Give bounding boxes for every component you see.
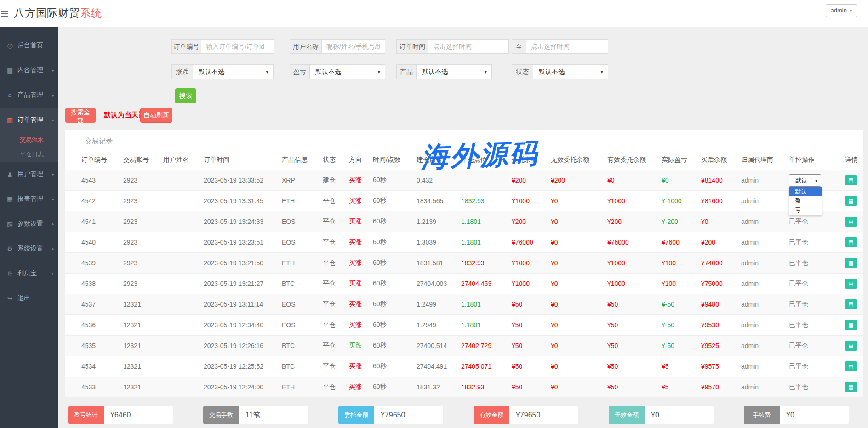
sidebar-item-dashboard[interactable]: ◷后台首页 <box>0 33 58 58</box>
hamburger-menu-icon[interactable] <box>1 10 8 18</box>
amount-value: ¥75000 <box>701 280 723 287</box>
search-button[interactable]: 搜索 <box>175 88 196 103</box>
order-time-start-input[interactable] <box>428 39 509 54</box>
cell-name <box>163 211 204 232</box>
cell-after: ¥9525 <box>701 336 741 356</box>
product-select[interactable]: 默认不选▾ <box>416 64 492 79</box>
cell-account: 12321 <box>123 315 163 336</box>
cell-profit: ¥5 <box>662 356 701 377</box>
cell-name <box>163 170 204 191</box>
column-header: 归属代理商 <box>741 150 789 170</box>
stat-group: 无效金额¥0 <box>609 406 714 424</box>
sidebar-item-product[interactable]: ¤产品管理▸ <box>0 83 58 108</box>
cell-invalid: ¥0 <box>551 274 607 294</box>
auto-refresh-button[interactable]: 自动刷新 <box>140 108 172 123</box>
amount-value: ¥1000 <box>512 280 530 287</box>
closed-label: 已平仓 <box>789 217 808 225</box>
cell-valid: ¥76000 <box>607 232 662 253</box>
chevron-right-icon: ▸ <box>52 172 54 177</box>
sidebar-item-system[interactable]: ⚙系统设置▸ <box>0 236 58 261</box>
chevron-right-icon: ▸ <box>52 197 54 201</box>
table-header-row: 订单编号交易账号用户姓名订单时间产品信息状态方向时间/点数建仓点位平仓点位委托余… <box>65 150 863 170</box>
cell-id: 4535 <box>65 336 123 356</box>
cell-control: 已平仓 <box>789 232 845 253</box>
sidebar-item-params[interactable]: ▧参数设置▸ <box>0 211 58 236</box>
user-name-input[interactable] <box>321 39 385 54</box>
detail-button[interactable]: ▤ <box>845 237 857 247</box>
cell-open: 1.2499 <box>417 294 461 315</box>
cell-open: 27400.514 <box>417 336 461 356</box>
admin-user-dropdown[interactable]: admin▾ <box>826 4 857 17</box>
cell-product: ETH <box>282 253 323 274</box>
control-option[interactable]: 盈 <box>789 196 822 205</box>
detail-button[interactable]: ▤ <box>845 196 857 206</box>
amount-value: ¥0 <box>551 363 558 370</box>
sidebar-item-user[interactable]: ♟用户管理▸ <box>0 162 58 187</box>
cell-valid: ¥200 <box>607 211 662 232</box>
cell-after: ¥75000 <box>701 274 741 294</box>
amount-value: ¥81600 <box>701 197 723 205</box>
detail-button[interactable]: ▤ <box>845 279 857 289</box>
order-time-end-input[interactable] <box>526 39 608 54</box>
control-option[interactable]: 默认 <box>789 187 822 196</box>
closed-label: 已平仓 <box>789 383 808 390</box>
detail-button[interactable]: ▤ <box>845 258 857 268</box>
cell-status: 平仓 <box>323 253 349 274</box>
sidebar-item-label: 系统设置 <box>17 245 43 253</box>
cell-agent: admin <box>741 211 789 232</box>
cell-status: 建仓 <box>323 170 349 191</box>
cell-after: ¥200 <box>701 232 741 253</box>
sidebar-subitem-close-log[interactable]: 平仓日志 <box>0 147 58 162</box>
stat-value: 11笔 <box>239 406 308 424</box>
direction-value: 买涨 <box>349 362 362 370</box>
cell-name <box>163 253 204 274</box>
cell-profit: ¥-50 <box>662 336 701 356</box>
status-select[interactable]: 默认不选▾ <box>533 64 608 79</box>
cell-after: ¥74000 <box>701 253 741 274</box>
cell-entrust: ¥50 <box>512 294 551 315</box>
sidebar-item-logout[interactable]: ↪退出 <box>0 286 58 311</box>
sidebar-item-interest[interactable]: ⚙利息宝▸ <box>0 261 58 286</box>
control-option[interactable]: 亏 <box>789 205 822 215</box>
search-all-button[interactable]: 搜索全部 <box>65 108 96 123</box>
cell-detail: ▤ <box>845 377 863 398</box>
column-header: 订单编号 <box>65 150 123 170</box>
trade-records-panel: 交易记录 订单编号交易账号用户姓名订单时间产品信息状态方向时间/点数建仓点位平仓… <box>65 130 863 396</box>
sidebar-subitem-trade-flow[interactable]: 交易流水 <box>0 132 58 147</box>
order-icon: ▥ <box>6 116 14 124</box>
cell-product: EOS <box>282 232 323 253</box>
detail-button[interactable]: ▤ <box>845 217 857 227</box>
sidebar-item-order[interactable]: ▥订单管理▸ <box>0 108 58 132</box>
cell-duration: 60秒 <box>373 274 417 294</box>
cell-agent: admin <box>741 377 789 398</box>
cell-duration: 60秒 <box>373 315 417 336</box>
rise-fall-select[interactable]: 默认不选▾ <box>193 64 274 79</box>
cell-time: 2023-05-19 13:24:33 <box>204 211 282 232</box>
cell-open: 1.3039 <box>417 232 461 253</box>
profit-loss-select[interactable]: 默认不选▾ <box>309 64 385 79</box>
cell-direction: 买涨 <box>349 232 373 253</box>
cell-account: 2923 <box>123 191 163 211</box>
amount-value: ¥200 <box>512 177 526 184</box>
detail-button[interactable]: ▤ <box>845 382 857 392</box>
profit-value: ¥5 <box>662 363 669 370</box>
detail-button[interactable]: ▤ <box>845 361 857 371</box>
app-title-accent: 系统 <box>80 7 102 19</box>
detail-button[interactable]: ▤ <box>845 320 857 330</box>
sidebar-item-report[interactable]: ▦报表管理▸ <box>0 187 58 211</box>
detail-button[interactable]: ▤ <box>845 341 857 351</box>
sidebar-item-label: 参数设置 <box>17 220 43 228</box>
detail-button[interactable]: ▤ <box>845 175 857 185</box>
cell-account: 2923 <box>123 274 163 294</box>
cell-after: ¥0 <box>701 211 741 232</box>
control-select[interactable]: 默认▾默认盈亏 <box>789 174 821 187</box>
sidebar-item-content[interactable]: ▤内容管理▸ <box>0 58 58 83</box>
cell-direction: 买跌 <box>349 336 373 356</box>
detail-button[interactable]: ▤ <box>845 299 857 309</box>
cell-product: ETH <box>282 191 323 211</box>
cell-time: 2023-05-19 12:34:40 <box>204 315 282 336</box>
direction-value: 买涨 <box>349 300 362 308</box>
amount-value: ¥9525 <box>701 342 719 349</box>
order-id-input[interactable] <box>201 39 274 54</box>
table-row: 4533123212023-05-19 12:24:00ETH平仓买涨60秒18… <box>65 377 863 398</box>
